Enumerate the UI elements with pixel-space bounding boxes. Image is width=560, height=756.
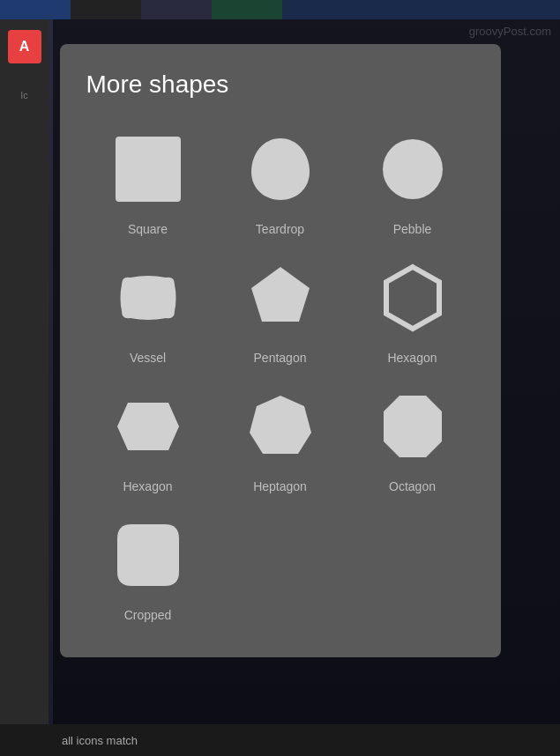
hexagon2-label: Hexagon (123, 479, 172, 493)
top-icon-3 (141, 0, 212, 19)
pebble-label: Pebble (393, 222, 432, 236)
shape-item-hexagon2[interactable]: Hexagon (86, 382, 210, 493)
octagon-label: Octagon (389, 479, 436, 493)
top-icon-2 (71, 0, 141, 19)
shape-item-pebble[interactable]: Pebble (351, 125, 474, 236)
shape-item-teardrop[interactable]: Teardrop (219, 125, 342, 236)
more-shapes-modal: More shapes Square Teardrop (60, 44, 501, 657)
teardrop-label: Teardrop (256, 222, 304, 236)
vessel-icon (104, 254, 192, 342)
sidebar-label: Ic (20, 90, 28, 100)
svg-marker-6 (384, 396, 442, 457)
teardrop-icon (236, 125, 325, 213)
shape-item-heptagon[interactable]: Heptagon (219, 382, 342, 493)
left-sidebar: A Ic (0, 19, 49, 724)
heptagon-label: Heptagon (253, 479, 307, 493)
modal-title: More shapes (86, 70, 474, 99)
square-label: Square (128, 222, 168, 236)
shape-item-octagon[interactable]: Octagon (351, 382, 474, 493)
top-icon-5 (282, 0, 560, 19)
svg-marker-5 (250, 396, 311, 454)
hexagon1-label: Hexagon (387, 351, 437, 365)
hexagon-outline-icon (369, 254, 457, 342)
shape-item-vessel[interactable]: Vessel (86, 254, 210, 365)
svg-point-1 (383, 139, 443, 199)
svg-marker-3 (386, 267, 439, 329)
shape-item-pentagon[interactable]: Pentagon (219, 254, 342, 365)
svg-rect-0 (116, 137, 181, 202)
cropped-label: Cropped (124, 608, 172, 622)
pebble-icon (369, 125, 457, 213)
app-logo: A (8, 30, 41, 63)
shapes-grid: Square Teardrop Pebble (86, 125, 474, 622)
square-icon (104, 125, 192, 213)
top-icons-strip (0, 0, 560, 19)
bottom-text: all icons match (62, 734, 138, 747)
svg-marker-2 (251, 267, 310, 322)
octagon-icon (369, 382, 457, 471)
top-icon-1 (0, 0, 71, 19)
shape-item-square[interactable]: Square (86, 125, 210, 236)
bottom-bar: all icons match (0, 724, 560, 756)
hexagon-flat-icon (104, 382, 192, 471)
pentagon-icon (236, 254, 325, 342)
shape-item-cropped[interactable]: Cropped (86, 511, 210, 622)
cropped-icon (104, 511, 192, 599)
vessel-label: Vessel (130, 351, 166, 365)
top-icon-4 (212, 0, 282, 19)
svg-marker-4 (117, 403, 179, 450)
pentagon-label: Pentagon (254, 351, 307, 365)
heptagon-icon (236, 382, 325, 471)
shape-item-hexagon1[interactable]: Hexagon (351, 254, 474, 365)
